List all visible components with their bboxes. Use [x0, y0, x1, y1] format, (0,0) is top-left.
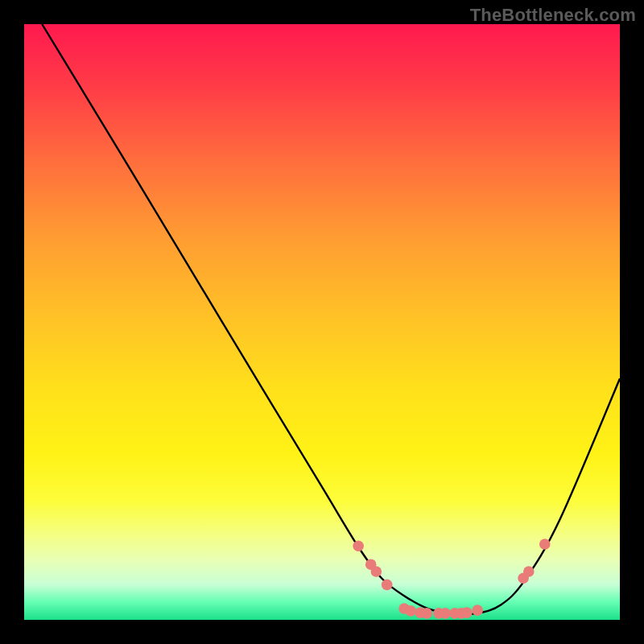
- data-point: [440, 608, 451, 619]
- data-point: [353, 540, 364, 551]
- data-point: [472, 605, 483, 616]
- data-point: [405, 605, 416, 617]
- data-point: [461, 607, 473, 618]
- chart-frame: TheBottleneck.com: [0, 0, 644, 644]
- data-point: [523, 566, 535, 577]
- data-point: [382, 580, 393, 591]
- watermark-text: TheBottleneck.com: [470, 5, 636, 26]
- bottleneck-curve: [42, 24, 620, 614]
- data-point: [371, 566, 382, 577]
- data-point: [539, 539, 551, 550]
- data-point: [421, 608, 432, 619]
- chart-svg: [24, 24, 620, 620]
- plot-area: [24, 24, 620, 620]
